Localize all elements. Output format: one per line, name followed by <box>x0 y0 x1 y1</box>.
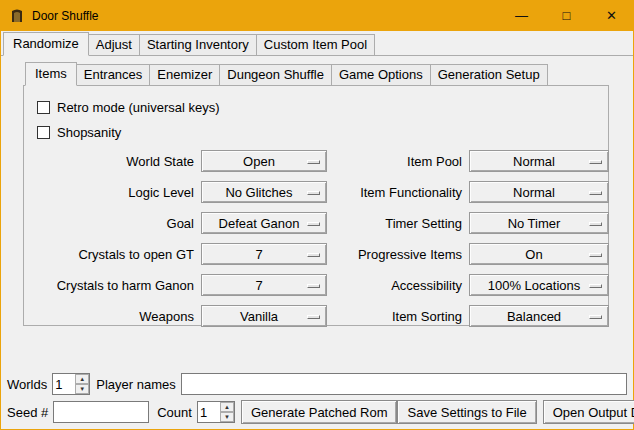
dropdown-indicator-icon <box>589 222 602 226</box>
timer-setting-value: No Timer <box>508 216 571 231</box>
tab-dungeon-shuffle[interactable]: Dungeon Shuffle <box>219 64 332 86</box>
count-spinbox[interactable]: ▲ ▼ <box>197 401 235 423</box>
generate-row: Seed # Count ▲ ▼ Generate Patched Rom Sa… <box>7 400 627 424</box>
item-pool-dropdown[interactable]: Normal <box>469 150 609 172</box>
tab-entrances[interactable]: Entrances <box>76 64 151 86</box>
goal-dropdown[interactable]: Defeat Ganon <box>201 212 327 234</box>
dropdown-indicator-icon <box>589 160 602 164</box>
player-names-label: Player names <box>96 377 175 392</box>
main-tab-bar: Randomize Adjust Starting Inventory Cust… <box>1 31 633 56</box>
sub-notebook: Items Entrances Enemizer Dungeon Shuffle… <box>23 64 609 326</box>
timer-setting-dropdown[interactable]: No Timer <box>469 212 609 234</box>
retro-mode-label: Retro mode (universal keys) <box>57 100 220 115</box>
accessibility-label: Accessibility <box>334 278 462 293</box>
count-input[interactable] <box>198 402 220 422</box>
timer-setting-label: Timer Setting <box>334 216 462 231</box>
retro-mode-checkbox[interactable] <box>37 101 50 114</box>
maximize-button[interactable]: □ <box>544 0 589 31</box>
count-spin-arrows: ▲ ▼ <box>220 402 234 422</box>
accessibility-value: 100% Locations <box>488 278 591 293</box>
weapons-label: Weapons <box>24 309 194 324</box>
shopsanity-label: Shopsanity <box>57 125 121 140</box>
world-state-label: World State <box>24 154 194 169</box>
crystals-harm-ganon-dropdown[interactable]: 7 <box>201 274 327 296</box>
tab-game-options[interactable]: Game Options <box>331 64 431 86</box>
item-functionality-value: Normal <box>513 185 565 200</box>
weapons-value: Vanilla <box>240 309 288 324</box>
dropdown-indicator-icon <box>307 222 320 226</box>
worlds-spinbox[interactable]: ▲ ▼ <box>52 373 90 395</box>
tab-items[interactable]: Items <box>25 62 77 86</box>
item-sorting-label: Item Sorting <box>334 309 462 324</box>
tab-enemizer[interactable]: Enemizer <box>149 64 220 86</box>
dropdown-indicator-icon <box>307 160 320 164</box>
app-window: Door Shuffle — □ ✕ Randomize Adjust Star… <box>0 0 634 430</box>
open-output-directory-button[interactable]: Open Output Directory <box>543 400 634 424</box>
crystals-open-gt-label: Crystals to open GT <box>24 247 194 262</box>
worlds-label: Worlds <box>7 377 47 392</box>
item-pool-label: Item Pool <box>334 154 462 169</box>
multiworld-row: Worlds ▲ ▼ Player names <box>7 373 627 395</box>
client-area: Randomize Adjust Starting Inventory Cust… <box>1 31 633 429</box>
crystals-harm-ganon-label: Crystals to harm Ganon <box>24 278 194 293</box>
item-sorting-value: Balanced <box>507 309 571 324</box>
save-settings-button[interactable]: Save Settings to File <box>397 400 536 424</box>
sub-tab-bar: Items Entrances Enemizer Dungeon Shuffle… <box>23 64 609 86</box>
randomize-tab-pane: Items Entrances Enemizer Dungeon Shuffle… <box>1 55 633 401</box>
worlds-spin-down-icon[interactable]: ▼ <box>75 384 89 394</box>
seed-label: Seed # <box>7 405 48 420</box>
dropdown-indicator-icon <box>589 315 602 319</box>
count-spin-up-icon[interactable]: ▲ <box>220 402 234 412</box>
world-state-dropdown[interactable]: Open <box>201 150 327 172</box>
shopsanity-row: Shopsanity <box>37 125 608 140</box>
tab-starting-inventory[interactable]: Starting Inventory <box>139 34 257 56</box>
world-state-value: Open <box>243 154 285 169</box>
logic-level-label: Logic Level <box>24 185 194 200</box>
crystals-harm-ganon-value: 7 <box>255 278 272 293</box>
dropdown-indicator-icon <box>589 253 602 257</box>
retro-mode-row: Retro mode (universal keys) <box>37 100 608 115</box>
dropdown-indicator-icon <box>307 191 320 195</box>
goal-label: Goal <box>24 216 194 231</box>
worlds-spin-arrows: ▲ ▼ <box>75 374 89 394</box>
dropdown-indicator-icon <box>589 284 602 288</box>
dropdown-indicator-icon <box>307 315 320 319</box>
goal-value: Defeat Ganon <box>219 216 310 231</box>
app-icon <box>9 8 25 24</box>
logic-level-value: No Glitches <box>225 185 302 200</box>
bottom-controls: Worlds ▲ ▼ Player names Seed # Count <box>7 368 627 424</box>
accessibility-dropdown[interactable]: 100% Locations <box>469 274 609 296</box>
item-pool-value: Normal <box>513 154 565 169</box>
tab-randomize[interactable]: Randomize <box>3 32 89 56</box>
logic-level-dropdown[interactable]: No Glitches <box>201 181 327 203</box>
window-controls: — □ ✕ <box>499 0 634 31</box>
options-grid: World State Open Item Pool Normal Logic … <box>24 150 608 327</box>
progressive-items-value: On <box>525 247 552 262</box>
dropdown-indicator-icon <box>589 191 602 195</box>
dropdown-indicator-icon <box>307 253 320 257</box>
item-functionality-dropdown[interactable]: Normal <box>469 181 609 203</box>
close-button[interactable]: ✕ <box>589 0 634 31</box>
minimize-button[interactable]: — <box>499 0 544 31</box>
count-spin-down-icon[interactable]: ▼ <box>220 412 234 422</box>
worlds-input[interactable] <box>53 374 75 394</box>
weapons-dropdown[interactable]: Vanilla <box>201 305 327 327</box>
shopsanity-checkbox[interactable] <box>37 126 50 139</box>
player-names-input[interactable] <box>181 373 627 395</box>
item-functionality-label: Item Functionality <box>334 185 462 200</box>
dropdown-indicator-icon <box>307 284 320 288</box>
items-tab-pane: Retro mode (universal keys) Shopsanity W… <box>23 85 609 326</box>
progressive-items-dropdown[interactable]: On <box>469 243 609 265</box>
seed-input[interactable] <box>53 401 149 423</box>
titlebar: Door Shuffle — □ ✕ <box>0 0 634 31</box>
generate-patched-rom-button[interactable]: Generate Patched Rom <box>241 400 398 424</box>
worlds-spin-up-icon[interactable]: ▲ <box>75 374 89 384</box>
tab-adjust[interactable]: Adjust <box>88 34 140 56</box>
crystals-open-gt-dropdown[interactable]: 7 <box>201 243 327 265</box>
tab-custom-item-pool[interactable]: Custom Item Pool <box>256 34 375 56</box>
crystals-open-gt-value: 7 <box>255 247 272 262</box>
progressive-items-label: Progressive Items <box>334 247 462 262</box>
item-sorting-dropdown[interactable]: Balanced <box>469 305 609 327</box>
window-title: Door Shuffle <box>32 9 99 23</box>
tab-generation-setup[interactable]: Generation Setup <box>430 64 548 86</box>
